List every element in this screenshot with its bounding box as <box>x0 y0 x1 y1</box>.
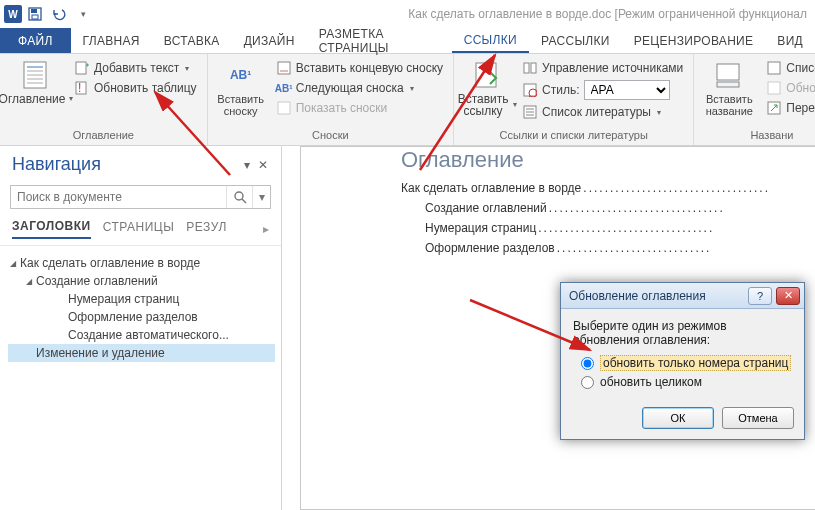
svg-rect-9 <box>76 62 86 74</box>
svg-rect-30 <box>768 82 780 94</box>
update-table-figures-button[interactable]: Обновит <box>762 79 815 97</box>
svg-rect-28 <box>717 82 739 87</box>
svg-rect-16 <box>278 102 290 114</box>
list-icon <box>766 60 782 76</box>
search-options-icon[interactable]: ▾ <box>252 186 270 208</box>
svg-rect-19 <box>531 63 536 73</box>
tab-review[interactable]: РЕЦЕНЗИРОВАНИЕ <box>622 28 766 53</box>
insert-citation-button[interactable]: Вставить ссылку▾ <box>460 57 514 117</box>
insert-footnote-button[interactable]: AB¹ Вставить сноску <box>214 57 268 117</box>
titlebar: W ▾ Как сделать оглавление в ворде.doc [… <box>0 0 815 28</box>
nav-close-icon[interactable]: ✕ <box>255 158 271 172</box>
svg-rect-27 <box>717 64 739 80</box>
toc-icon <box>20 59 52 91</box>
show-notes-icon <box>276 100 292 116</box>
tree-item[interactable]: ◢Как сделать оглавление в ворде <box>8 254 275 272</box>
tree-item[interactable]: Нумерация страниц <box>8 290 275 308</box>
insert-endnote-button[interactable]: Вставить концевую сноску <box>272 59 447 77</box>
next-footnote-button[interactable]: AB¹ Следующая сноска▾ <box>272 79 447 97</box>
footnote-icon: AB¹ <box>225 59 257 91</box>
citation-style-selector[interactable]: Стиль: APA <box>518 79 687 101</box>
radio-update-numbers[interactable]: обновить только номера страниц <box>581 355 792 371</box>
tab-mailings[interactable]: РАССЫЛКИ <box>529 28 622 53</box>
toc-entry[interactable]: Оформление разделов.....................… <box>401 241 815 255</box>
toc-heading: Оглавление <box>401 147 815 173</box>
toc-entry[interactable]: Создание оглавлений.....................… <box>401 201 815 215</box>
endnote-icon <box>276 60 292 76</box>
undo-icon[interactable] <box>48 3 70 25</box>
group-citations-label: Ссылки и списки литературы <box>460 127 687 143</box>
group-captions: Вставить название Список и Обновит Перек… <box>694 54 815 145</box>
dialog-titlebar: Обновление оглавления ? ✕ <box>561 283 804 309</box>
tree-item[interactable]: Создание автоматического... <box>8 326 275 344</box>
toc-entry[interactable]: Нумерация страниц.......................… <box>401 221 815 235</box>
svg-point-32 <box>235 192 243 200</box>
citation-icon <box>471 59 503 91</box>
group-captions-label: Названи <box>700 127 815 143</box>
nav-tab-headings[interactable]: ЗАГОЛОВКИ <box>12 219 91 239</box>
nav-title: Навигация <box>12 154 239 175</box>
svg-text:!: ! <box>78 81 81 95</box>
group-footnotes-label: Сноски <box>214 127 447 143</box>
show-footnotes-button[interactable]: Показать сноски <box>272 99 447 117</box>
radio-input[interactable] <box>581 357 594 370</box>
insert-caption-button[interactable]: Вставить название <box>700 57 758 117</box>
search-icon[interactable] <box>226 186 252 208</box>
ok-button[interactable]: ОК <box>642 407 714 429</box>
svg-rect-14 <box>278 62 290 74</box>
search-input[interactable] <box>11 190 226 204</box>
next-footnote-icon: AB¹ <box>276 80 292 96</box>
dialog-close-icon[interactable]: ✕ <box>776 287 800 305</box>
bibliography-button[interactable]: Список литературы▾ <box>518 103 687 121</box>
sources-icon <box>522 60 538 76</box>
nav-dropdown-icon[interactable]: ▾ <box>239 158 255 172</box>
style-icon <box>522 82 538 98</box>
tab-strip: ФАЙЛ ГЛАВНАЯ ВСТАВКА ДИЗАЙН РАЗМЕТКА СТР… <box>0 28 815 54</box>
nav-tabs-more-icon[interactable]: ▸ <box>263 222 269 236</box>
tab-references[interactable]: ССЫЛКИ <box>452 28 529 53</box>
ribbon: Оглавление▾ Добавить текст▾ ! Обновить т… <box>0 54 815 146</box>
tab-insert[interactable]: ВСТАВКА <box>152 28 232 53</box>
tab-layout[interactable]: РАЗМЕТКА СТРАНИЦЫ <box>307 28 452 53</box>
bibliography-icon <box>522 104 538 120</box>
caption-icon <box>713 59 745 91</box>
qat-dropdown-icon[interactable]: ▾ <box>72 3 94 25</box>
tree-item[interactable]: ◢Создание оглавлений <box>8 272 275 290</box>
tab-view[interactable]: ВИД <box>765 28 815 53</box>
nav-tab-results[interactable]: РЕЗУЛ <box>186 220 226 238</box>
add-text-button[interactable]: Добавить текст▾ <box>70 59 201 77</box>
nav-search: ▾ <box>10 185 271 209</box>
update-table-button[interactable]: ! Обновить таблицу <box>70 79 201 97</box>
dialog-title: Обновление оглавления <box>569 289 744 303</box>
radio-input[interactable] <box>581 376 594 389</box>
list-figures-button[interactable]: Список и <box>762 59 815 77</box>
tree-item-selected[interactable]: Изменение и удаление <box>8 344 275 362</box>
cross-reference-button[interactable]: Перекрес <box>762 99 815 117</box>
save-icon[interactable] <box>24 3 46 25</box>
radio-update-all[interactable]: обновить целиком <box>581 375 792 389</box>
style-dropdown[interactable]: APA <box>584 80 670 100</box>
svg-rect-29 <box>768 62 780 74</box>
manage-sources-button[interactable]: Управление источниками <box>518 59 687 77</box>
crossref-icon <box>766 100 782 116</box>
navigation-pane: Навигация ▾ ✕ ▾ ЗАГОЛОВКИ СТРАНИЦЫ РЕЗУЛ… <box>0 146 282 510</box>
headings-tree: ◢Как сделать оглавление в ворде ◢Создани… <box>0 246 281 370</box>
group-citations: Вставить ссылку▾ Управление источниками … <box>454 54 694 145</box>
toc-button[interactable]: Оглавление▾ <box>6 57 66 105</box>
svg-rect-18 <box>524 63 529 73</box>
dialog-help-icon[interactable]: ? <box>748 287 772 305</box>
nav-tabs: ЗАГОЛОВКИ СТРАНИЦЫ РЕЗУЛ ▸ <box>0 217 281 246</box>
update-table-icon: ! <box>74 80 90 96</box>
add-text-icon <box>74 60 90 76</box>
tab-home[interactable]: ГЛАВНАЯ <box>71 28 152 53</box>
tab-design[interactable]: ДИЗАЙН <box>232 28 307 53</box>
svg-rect-2 <box>32 15 38 19</box>
tab-file[interactable]: ФАЙЛ <box>0 28 71 53</box>
group-toc: Оглавление▾ Добавить текст▾ ! Обновить т… <box>0 54 208 145</box>
toc-entry[interactable]: Как сделать оглавление в ворде..........… <box>401 181 815 195</box>
nav-tab-pages[interactable]: СТРАНИЦЫ <box>103 220 175 238</box>
tree-item[interactable]: Оформление разделов <box>8 308 275 326</box>
cancel-button[interactable]: Отмена <box>722 407 794 429</box>
update-toc-dialog: Обновление оглавления ? ✕ Выберите один … <box>560 282 805 440</box>
document-title: Как сделать оглавление в ворде.doc [Режи… <box>408 7 811 21</box>
